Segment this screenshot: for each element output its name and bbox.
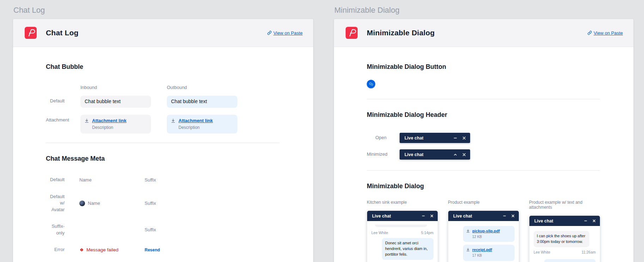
meta-row-default-avatar: Default w/ Avatar Name Suffix: [46, 193, 280, 214]
minus-icon: [503, 214, 506, 218]
row-label: Error: [46, 246, 65, 253]
meta-name: Name: [88, 201, 100, 206]
dialog-examples-heading: Minimizable Dialog: [367, 183, 600, 190]
attachment-link[interactable]: receipt.pdf: [472, 247, 492, 253]
meta-suffix: Suffix: [145, 177, 215, 183]
meta-name: Name: [79, 177, 92, 183]
download-icon: [85, 119, 89, 123]
meta-row-default: Default Name Suffix: [46, 177, 280, 184]
dialog-title: Live chat: [372, 214, 391, 219]
chat-bubble-default-row: Default Chat bubble text Chat bubble tex…: [46, 96, 280, 108]
dialog-title: Live chat: [405, 152, 424, 157]
chat-log[interactable]: pickup-slip.pdf 12 KB receipt.pdf 17 KB: [448, 221, 519, 262]
minimize-button[interactable]: [584, 219, 587, 222]
chat-bubble-attachment-row: Attachment Attachment link Description A…: [46, 115, 280, 133]
error-message: Message failed: [86, 247, 119, 252]
resend-link[interactable]: Resend: [145, 248, 215, 252]
chat-dialog-window: Live chat Lee White 5:14pm: [367, 210, 438, 262]
chat-bubble-heading: Chat Bubble: [46, 63, 280, 71]
minimize-button[interactable]: [454, 136, 457, 140]
row-label-open: Open: [367, 135, 387, 141]
chat-dialog-window: Live chat pickup-slip.p: [448, 210, 519, 262]
example-product-text-attachments: Product example w/ text and attachments …: [529, 200, 600, 262]
close-button[interactable]: [462, 153, 466, 156]
minus-icon: [454, 136, 457, 140]
chat-dialog-window: Live chat I can pick the shoes up after …: [529, 215, 600, 262]
message-time: 11:26am: [582, 250, 596, 254]
dialog-header[interactable]: Live chat: [448, 211, 519, 221]
row-label: Suffix-only: [46, 223, 65, 237]
view-on-paste-link[interactable]: View on Paste: [588, 30, 623, 36]
chat-log[interactable]: I can pick the shoes up after 3:00pm tod…: [529, 226, 600, 262]
paste-logo-icon: [25, 27, 37, 39]
chat-log-card-body: Chat Bubble Inbound Outbound Default Cha…: [13, 47, 313, 262]
close-icon: [593, 219, 596, 222]
view-link-label: View on Paste: [273, 30, 303, 36]
example-product: Product example Live chat: [448, 200, 519, 262]
chat-attachment-outbound: Attachment link Description: [167, 115, 237, 133]
attachment-description: Description: [178, 125, 213, 131]
link-icon: [267, 31, 272, 35]
meta-row-suffix-only: Suffix-only Suffix: [46, 223, 280, 237]
minimizable-dialog-button[interactable]: [367, 80, 375, 88]
view-on-paste-link[interactable]: View on Paste: [267, 30, 303, 36]
card-title: Minimizable Dialog: [367, 29, 435, 37]
dialog-title: Live chat: [405, 136, 424, 141]
attachment-link[interactable]: pickup-slip.pdf: [472, 228, 500, 234]
outbound-message: Donec sit amet orci hendrerit, varius di…: [382, 238, 433, 260]
chat-log-panel: Chat Log Chat Log View on Paste Chat Bub…: [13, 5, 313, 262]
close-icon: [430, 214, 433, 218]
chat-log-card: Chat Log View on Paste Chat Bubble Inbou…: [13, 19, 313, 262]
attachment-description: Description: [92, 125, 127, 131]
dialog-examples: Kitchen sink example Live chat: [367, 200, 600, 262]
dialog-header[interactable]: Live chat: [529, 216, 600, 226]
minus-icon: [584, 219, 587, 222]
close-button[interactable]: [593, 219, 596, 222]
row-label-default: Default: [46, 96, 65, 105]
chat-log[interactable]: Lee White 5:14pm Donec sit amet orci hen…: [367, 221, 438, 262]
error-icon: [79, 248, 84, 252]
avatar: [79, 201, 85, 206]
inbound-message: I can pick the shoes up after 3:00pm tod…: [534, 231, 589, 247]
attachment-link[interactable]: Attachment link: [92, 118, 127, 124]
chat-log-panel-title: Chat Log: [13, 6, 313, 15]
row-label-minimized: Minimized: [367, 151, 387, 158]
close-button[interactable]: [511, 214, 515, 218]
chat-bubble-inbound: Chat bubble text: [80, 96, 151, 108]
row-label: Default: [46, 177, 65, 183]
view-link-label: View on Paste: [594, 30, 623, 36]
section-divider: [46, 143, 280, 143]
dialog-header[interactable]: Live chat: [367, 211, 438, 221]
chevron-up-icon: [454, 153, 457, 156]
minimize-button[interactable]: [422, 214, 425, 218]
example-label: Product example w/ text and attachments: [529, 200, 600, 210]
dialog-header-minimized-row: Minimized Live chat: [367, 149, 600, 160]
card-title: Chat Log: [46, 29, 79, 37]
inbound-column-label: Inbound: [80, 85, 151, 90]
minimizable-dialog-card-body: Minimizable Dialog Button Minimizable Di…: [334, 47, 633, 262]
chat-log-card-header: Chat Log View on Paste: [13, 19, 313, 47]
outbound-attachment: pickup-slip.pdf 12 KB: [463, 226, 515, 242]
meta-suffix: Suffix: [145, 201, 215, 206]
expand-button[interactable]: [454, 153, 457, 156]
attachment-size: 12 KB: [472, 234, 500, 240]
section-divider: [367, 170, 600, 171]
close-button[interactable]: [430, 214, 433, 218]
message-time: 5:14pm: [421, 231, 433, 235]
minimize-button[interactable]: [503, 214, 506, 218]
minimizable-dialog-card-header: Minimizable Dialog View on Paste: [334, 19, 633, 47]
outbound-message: Great, I went ahead and reserved the sho…: [544, 259, 596, 262]
minimizable-dialog-panel-title: Minimizable Dialog: [334, 6, 633, 15]
download-icon: [466, 248, 470, 251]
meta-row-error: Error Message failed Resend: [46, 246, 280, 254]
example-label: Product example: [448, 200, 519, 205]
attachment-link[interactable]: Attachment link: [178, 118, 213, 124]
paste-logo-icon: [346, 27, 358, 39]
outbound-column-label: Outbound: [167, 85, 237, 90]
close-icon: [462, 136, 466, 140]
example-label: Kitchen sink example: [367, 200, 438, 205]
scrolled-bubble-fragment: [375, 225, 427, 227]
dialog-button-heading: Minimizable Dialog Button: [367, 63, 600, 71]
dialog-header-open-row: Open Live chat: [367, 133, 600, 143]
close-button[interactable]: [462, 136, 466, 140]
